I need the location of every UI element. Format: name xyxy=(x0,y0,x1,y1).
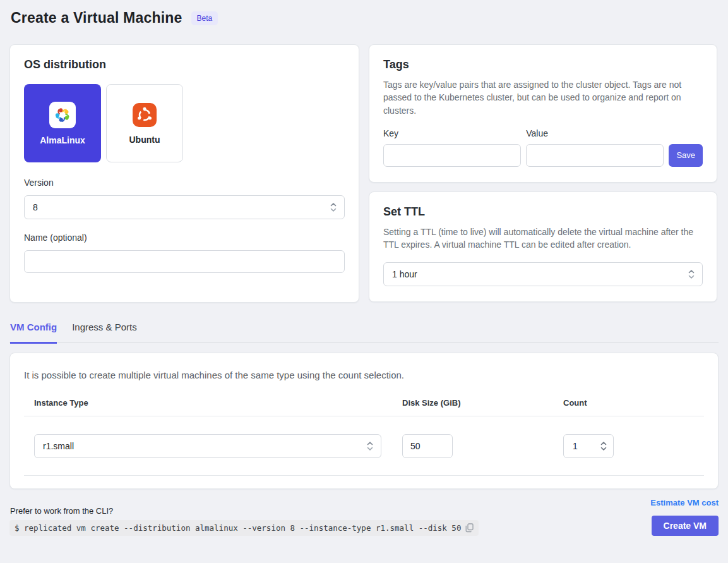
footer-actions: Estimate VM cost Create VM xyxy=(650,498,719,536)
set-ttl-card: Set TTL Setting a TTL (time to live) wil… xyxy=(369,191,717,303)
tag-value-input[interactable] xyxy=(526,144,664,167)
chevron-updown-icon xyxy=(600,440,607,452)
column-header-count: Count xyxy=(563,398,704,408)
os-card-title: OS distribution xyxy=(24,58,345,71)
page-title: Create a Virtual Machine xyxy=(11,9,182,27)
column-header-disk-size: Disk Size (GiB) xyxy=(402,398,563,408)
os-tile-label: Ubuntu xyxy=(129,135,160,145)
ttl-card-description: Setting a TTL (time to live) will automa… xyxy=(383,226,703,251)
vm-table: Instance Type Disk Size (GiB) Count r1.s… xyxy=(24,398,704,476)
copy-icon[interactable] xyxy=(465,523,474,533)
create-vm-button[interactable]: Create VM xyxy=(652,516,719,536)
tab-vm-config[interactable]: VM Config xyxy=(10,319,57,344)
tag-key-label: Key xyxy=(383,128,521,138)
page-header: Create a Virtual Machine Beta xyxy=(9,9,719,27)
version-select[interactable]: 8 xyxy=(24,195,345,219)
vm-table-row: r1.small xyxy=(24,416,704,476)
tags-card-title: Tags xyxy=(383,58,703,71)
version-select-value: 8 xyxy=(33,202,38,212)
cli-command-bar: $ replicated vm create --distribution al… xyxy=(9,520,479,536)
vm-config-intro: It is possible to create multiple virtua… xyxy=(24,370,704,380)
column-header-instance-type: Instance Type xyxy=(34,398,402,408)
tag-fields: Key Value Save xyxy=(383,128,703,167)
os-distribution-card: OS distribution AlmaLinux xyxy=(9,44,359,303)
name-label: Name (optional) xyxy=(24,233,345,243)
cli-prompt: Prefer to work from the CLI? xyxy=(9,506,479,516)
tag-key-field: Key xyxy=(383,128,521,167)
name-input[interactable] xyxy=(24,250,345,273)
ubuntu-icon xyxy=(132,102,157,128)
instance-type-select[interactable]: r1.small xyxy=(34,434,381,458)
tab-bar: VM Config Ingress & Ports xyxy=(9,319,719,343)
tab-ingress-ports[interactable]: Ingress & Ports xyxy=(72,319,137,344)
save-tag-button[interactable]: Save xyxy=(669,144,703,167)
tag-value-field: Value xyxy=(526,128,664,167)
os-tile-almalinux[interactable]: AlmaLinux xyxy=(24,84,101,162)
disk-size-input[interactable] xyxy=(402,434,453,458)
count-cell xyxy=(563,434,704,458)
instance-type-value: r1.small xyxy=(43,441,74,451)
ttl-select-value: 1 hour xyxy=(392,269,417,279)
version-label: Version xyxy=(24,178,345,188)
vm-table-header: Instance Type Disk Size (GiB) Count xyxy=(24,398,704,416)
tags-card-description: Tags are key/value pairs that are assign… xyxy=(383,78,703,117)
chevron-updown-icon xyxy=(688,269,695,279)
ttl-select[interactable]: 1 hour xyxy=(383,262,703,286)
right-column: Tags Tags are key/value pairs that are a… xyxy=(369,44,717,303)
chevron-updown-icon xyxy=(330,202,337,212)
top-section: OS distribution AlmaLinux xyxy=(9,44,719,303)
tag-value-label: Value xyxy=(526,128,664,138)
cli-block: Prefer to work from the CLI? $ replicate… xyxy=(9,506,479,536)
ttl-card-title: Set TTL xyxy=(383,205,703,219)
footer: Prefer to work from the CLI? $ replicate… xyxy=(9,498,719,536)
cli-command-text: $ replicated vm create --distribution al… xyxy=(15,523,461,533)
disk-size-cell xyxy=(402,434,563,458)
count-stepper[interactable] xyxy=(563,434,614,458)
tags-card: Tags Tags are key/value pairs that are a… xyxy=(369,44,717,183)
tag-key-input[interactable] xyxy=(383,144,521,167)
almalinux-icon xyxy=(49,102,76,128)
beta-badge: Beta xyxy=(191,11,218,25)
vm-config-card: It is possible to create multiple virtua… xyxy=(9,353,719,489)
os-tile-row: AlmaLinux Ubuntu xyxy=(24,84,345,162)
os-tile-ubuntu[interactable]: Ubuntu xyxy=(106,84,183,162)
instance-type-cell: r1.small xyxy=(34,434,402,458)
chevron-updown-icon xyxy=(366,441,374,451)
estimate-vm-cost-link[interactable]: Estimate VM cost xyxy=(650,498,719,507)
os-tile-label: AlmaLinux xyxy=(40,135,85,145)
